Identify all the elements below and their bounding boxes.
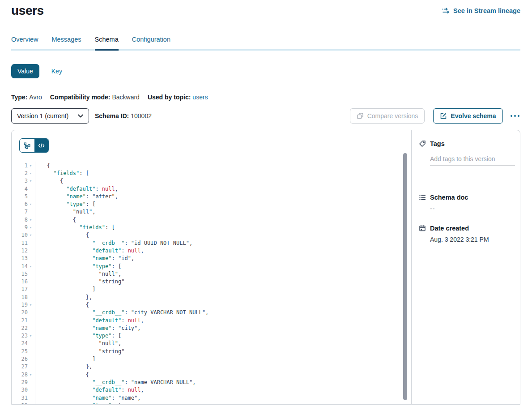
line-number: 15 <box>21 271 28 277</box>
schema-meta: Type:Avro Compatibility mode:Backward Us… <box>11 94 520 101</box>
type-value: Avro <box>29 94 42 101</box>
stream-lineage-link[interactable]: See in Stream lineage <box>442 7 520 14</box>
tags-title: Tags <box>430 140 445 147</box>
fold-toggle-icon[interactable]: ▾ <box>28 171 34 175</box>
code-text: "name": "city", <box>35 325 141 331</box>
line-gutter: 21 <box>12 316 35 324</box>
code-text: }, <box>35 363 92 370</box>
code-view-button[interactable] <box>34 139 49 152</box>
code-line: 13 "name": "id", <box>12 255 411 262</box>
code-line: 17 ] <box>12 286 411 293</box>
line-number: 11 <box>21 240 28 246</box>
code-text: "name": "after", <box>35 193 118 200</box>
line-gutter: 19▾ <box>12 301 35 308</box>
meta-compatibility: Compatibility mode:Backward <box>50 94 140 101</box>
code-line: 11 "__crdb__": "id UUID NOT NULL", <box>12 239 411 247</box>
more-options-button[interactable] <box>510 112 521 120</box>
code-text: "null", <box>35 271 121 277</box>
code-line: 2▾ "fields": [ <box>12 169 411 177</box>
fold-toggle-icon[interactable]: ▾ <box>28 233 34 237</box>
fold-toggle-icon[interactable]: ▾ <box>28 403 34 405</box>
version-select[interactable]: Version 1 (current) <box>11 108 89 124</box>
fold-toggle-icon[interactable]: ▾ <box>28 264 34 269</box>
date-created-value: Aug. 3 2022 3:21 PM <box>430 236 514 243</box>
version-select-value: Version 1 (current) <box>17 112 68 120</box>
list-icon <box>419 194 426 201</box>
code-text: "fields": [ <box>35 224 115 231</box>
meta-type: Type:Avro <box>11 94 42 101</box>
line-gutter: 18 <box>12 293 35 301</box>
line-gutter: 14▾ <box>12 262 35 270</box>
fold-toggle-icon[interactable]: ▾ <box>28 225 34 230</box>
line-gutter: 24 <box>12 340 35 347</box>
code-text: "string" <box>35 348 124 354</box>
key-tab-link[interactable]: Key <box>51 68 62 75</box>
fold-toggle-icon[interactable]: ▾ <box>28 333 34 338</box>
tab-messages[interactable]: Messages <box>51 36 81 51</box>
fold-toggle-icon[interactable]: ▾ <box>28 202 34 206</box>
fold-toggle-icon[interactable]: ▾ <box>28 303 34 307</box>
tab-overview[interactable]: Overview <box>11 36 38 51</box>
fold-toggle-icon[interactable]: ▾ <box>28 179 34 183</box>
line-number: 3 <box>25 178 28 184</box>
line-gutter: 30 <box>12 386 35 394</box>
code-line: 14▾ "type": [ <box>12 262 411 270</box>
compare-versions-button[interactable]: Compare versions <box>350 108 425 124</box>
line-number: 7 <box>25 209 28 215</box>
date-created-section: Date created Aug. 3 2022 3:21 PM <box>419 225 514 243</box>
add-tags-input[interactable] <box>430 154 515 166</box>
tags-section-header: Tags <box>419 140 514 147</box>
compare-versions-icon <box>357 112 364 120</box>
code-text: ] <box>35 286 95 292</box>
topic-label: Used by topic: <box>148 94 191 101</box>
line-number: 5 <box>25 193 28 200</box>
tab-schema[interactable]: Schema <box>95 36 119 51</box>
code-line: 30 "default": null, <box>12 386 411 394</box>
line-number: 10 <box>21 232 28 238</box>
code-line: 10▾ { <box>12 231 411 239</box>
code-line: 23▾ "type": [ <box>12 332 411 340</box>
compare-versions-label: Compare versions <box>367 112 418 120</box>
line-gutter: 9▾ <box>12 223 35 231</box>
line-gutter: 29 <box>12 378 35 386</box>
page-title: users <box>11 4 44 18</box>
code-line: 29 "__crdb__": "name VARCHAR NULL", <box>12 378 411 386</box>
code-line: 25 "string" <box>12 347 411 355</box>
code-line: 8▾ { <box>12 216 411 223</box>
line-gutter: 11 <box>12 239 35 247</box>
line-number: 26 <box>21 356 28 362</box>
value-tab-button[interactable]: Value <box>11 64 39 78</box>
code-line: 27 }, <box>12 363 411 371</box>
code-text: { <box>35 217 76 223</box>
schema-id-value: 100002 <box>131 112 152 120</box>
code-text: "name": "name", <box>35 395 141 401</box>
line-gutter: 32▾ <box>12 401 35 405</box>
tab-configuration[interactable]: Configuration <box>132 36 170 51</box>
line-gutter: 23▾ <box>12 332 35 340</box>
schema-sidebar: Tags Schema doc -- <box>411 130 520 404</box>
tree-view-button[interactable] <box>20 139 34 152</box>
line-gutter: 6▾ <box>12 200 35 208</box>
fold-toggle-icon[interactable]: ▾ <box>28 372 34 377</box>
evolve-schema-button[interactable]: Evolve schema <box>433 108 502 124</box>
topic-link[interactable]: users <box>192 94 208 101</box>
chevron-down-icon <box>78 114 83 118</box>
code-line: 6▾ "type": [ <box>12 200 411 208</box>
code-text: "type": [ <box>35 201 95 207</box>
code-view-icon <box>38 143 45 149</box>
line-number: 23 <box>21 333 28 339</box>
editor-scrollbar[interactable] <box>403 153 407 400</box>
line-gutter: 15 <box>12 270 35 278</box>
line-gutter: 3▾ <box>12 177 35 185</box>
line-number: 9 <box>25 224 28 231</box>
schema-id: Schema ID:100002 <box>95 112 152 120</box>
line-gutter: 20 <box>12 309 35 316</box>
line-number: 27 <box>21 363 28 370</box>
code-lines: 1▾{2▾ "fields": [3▾ {4 "default": null,5… <box>12 162 411 405</box>
code-line: 32▾ "type": [ <box>12 401 411 405</box>
fold-toggle-icon[interactable]: ▾ <box>28 218 34 222</box>
fold-toggle-icon[interactable]: ▾ <box>28 163 34 168</box>
line-gutter: 5 <box>12 192 35 200</box>
line-number: 4 <box>25 186 28 192</box>
code-text: { <box>35 372 89 378</box>
